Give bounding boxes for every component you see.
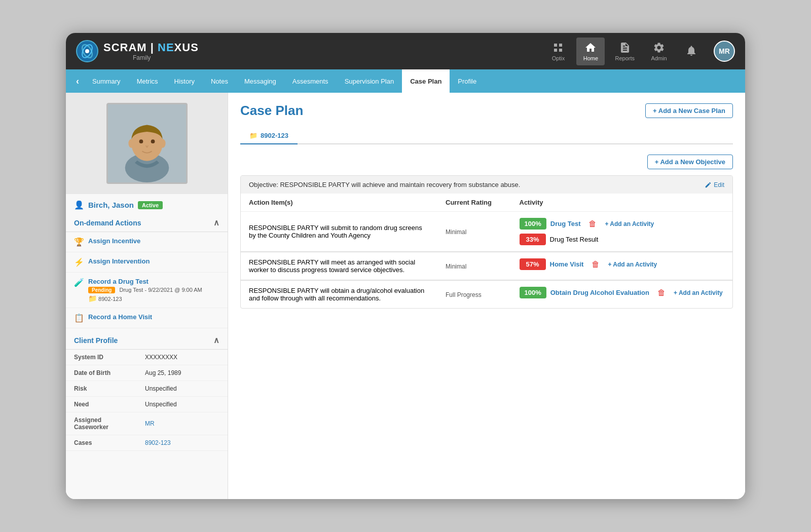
- case-plan-header: Case Plan + Add a New Case Plan: [240, 103, 733, 119]
- risk-label: Risk: [66, 381, 137, 397]
- reports-icon: [619, 42, 631, 54]
- case-plan-area: Case Plan + Add a New Case Plan 📁 8902-1…: [228, 93, 745, 499]
- home-icon: [584, 42, 597, 54]
- caseworker-label: Assigned Caseworker: [66, 412, 137, 435]
- action-assign-incentive[interactable]: 🏆 Assign Incentive: [66, 232, 228, 252]
- tab-profile[interactable]: Profile: [450, 69, 485, 93]
- action-table-1: Action Item(s) Current Rating Activity R…: [241, 194, 732, 308]
- folder-tab-icon: 📁: [249, 132, 257, 139]
- assign-intervention-label: Assign Intervention: [88, 257, 150, 265]
- profile-row-need: Need Unspecified: [66, 397, 228, 412]
- tab-history[interactable]: History: [166, 69, 203, 93]
- objective-header-1: Objective: RESPONSIBLE PARTY will achiev…: [241, 176, 732, 194]
- pct-badge-33: 33%: [520, 234, 546, 245]
- svg-point-10: [160, 139, 166, 147]
- dob-label: Date of Birth: [66, 365, 137, 381]
- svg-point-9: [128, 139, 134, 147]
- nav-optix[interactable]: Optix: [544, 37, 572, 65]
- action-row-1-text: RESPONSIBLE PARTY will submit to random …: [241, 212, 437, 252]
- dashboard-icon: [552, 42, 564, 54]
- col-action-items: Action Item(s): [241, 194, 437, 212]
- assign-incentive-label: Assign Incentive: [88, 237, 140, 245]
- action-row-3-text: RESPONSIBLE PARTY will obtain a drug/alc…: [241, 280, 437, 308]
- activity-link-drug-test[interactable]: Drug Test: [550, 220, 581, 227]
- need-label: Need: [66, 397, 137, 412]
- add-activity-btn-2[interactable]: + Add an Activity: [608, 261, 657, 268]
- delete-activity-2[interactable]: 🗑: [592, 260, 600, 269]
- tab-messaging[interactable]: Messaging: [236, 69, 284, 93]
- admin-icon: [653, 42, 665, 54]
- profile-photo-area: [66, 93, 228, 194]
- tab-metrics[interactable]: Metrics: [129, 69, 166, 93]
- logo-family: Family: [133, 54, 199, 61]
- nav-admin[interactable]: Admin: [645, 37, 673, 65]
- profile-row-cases: Cases 8902-123: [66, 435, 228, 451]
- svg-point-3: [85, 49, 89, 53]
- tab-case-plan[interactable]: Case Plan: [402, 69, 450, 93]
- nav-reports[interactable]: Reports: [609, 37, 641, 65]
- tab-supervision-plan[interactable]: Supervision Plan: [337, 69, 402, 93]
- on-demand-title: On-demand Actions: [74, 219, 141, 227]
- nav-home[interactable]: Home: [576, 37, 605, 65]
- action-row-1-activities: 100% Drug Test 🗑 + Add an Activity 33% D…: [511, 212, 733, 252]
- svg-point-8: [151, 139, 155, 143]
- col-activity: Activity: [511, 194, 733, 212]
- edit-label: Edit: [714, 181, 724, 188]
- profile-table: System ID XXXXXXXX Date of Birth Aug 25,…: [66, 350, 228, 451]
- action-record-home-visit[interactable]: 📋 Record a Home Visit: [66, 308, 228, 328]
- case-tab-8902[interactable]: 📁 8902-123: [240, 128, 298, 144]
- chevron-up-icon[interactable]: ∧: [213, 218, 219, 227]
- client-profile-chevron[interactable]: ∧: [213, 335, 219, 345]
- client-photo-svg: [108, 103, 186, 184]
- client-profile-title: Client Profile: [74, 336, 118, 345]
- tab-assessments[interactable]: Assesments: [284, 69, 337, 93]
- action-row-3: RESPONSIBLE PARTY will obtain a drug/alc…: [241, 280, 732, 308]
- add-activity-btn-1[interactable]: + Add an Activity: [605, 220, 654, 227]
- profile-row-dob: Date of Birth Aug 25, 1989: [66, 365, 228, 381]
- pct-badge-100-2: 100%: [520, 287, 546, 298]
- pct-badge-100-1: 100%: [520, 218, 546, 230]
- action-row-2-activities: 57% Home Visit 🗑 + Add an Activity: [511, 252, 733, 280]
- caseworker-value: MR: [137, 412, 228, 435]
- action-record-drug-test[interactable]: 🧪 Record a Drug Test Pending Drug Test -…: [66, 273, 228, 308]
- activity-link-obtain-drug[interactable]: Obtain Drug Alcohol Evaluation: [550, 289, 649, 296]
- record-home-visit-label: Record a Home Visit: [88, 313, 152, 321]
- back-button[interactable]: ‹: [71, 76, 84, 87]
- drug-test-datetime: Drug Test - 9/22/2021 @ 9:00 AM: [120, 287, 202, 293]
- folder-icon: 📁: [88, 294, 97, 302]
- action-assign-intervention[interactable]: ⚡ Assign Intervention: [66, 252, 228, 273]
- system-id-label: System ID: [66, 350, 137, 365]
- bell-icon: [685, 45, 697, 57]
- profile-photo: [106, 103, 188, 184]
- logo-area: SCRAM | NEXUS Family: [76, 40, 199, 62]
- cases-label: Cases: [66, 435, 137, 451]
- system-id-value: XXXXXXXX: [137, 350, 228, 365]
- sidebar: 👤 Birch, Jason Active On-demand Actions …: [66, 93, 228, 499]
- cases-value: 8902-123: [137, 435, 228, 451]
- drug-test-sub: Pending Drug Test - 9/22/2021 @ 9:00 AM: [88, 287, 202, 293]
- add-new-case-plan-button[interactable]: + Add a New Case Plan: [645, 103, 733, 118]
- activity-link-home-visit[interactable]: Home Visit: [550, 260, 584, 268]
- objective-edit-button-1[interactable]: Edit: [705, 181, 724, 188]
- bolt-icon: ⚡: [74, 257, 84, 267]
- scram-logo-icon: [76, 40, 98, 62]
- case-plan-title: Case Plan: [240, 103, 303, 119]
- action-row-3-rating: Full Progress: [437, 280, 511, 308]
- delete-activity-1[interactable]: 🗑: [588, 219, 597, 229]
- nav-notifications[interactable]: [677, 41, 706, 62]
- add-new-objective-button[interactable]: + Add a New Objective: [647, 155, 733, 169]
- objective-text-1: Objective: RESPONSIBLE PARTY will achiev…: [249, 181, 520, 188]
- action-row-2-text: RESPONSIBLE PARTY will meet as arranged …: [241, 252, 437, 280]
- book-icon: 📋: [74, 313, 84, 323]
- user-avatar[interactable]: MR: [714, 41, 735, 62]
- tab-notes[interactable]: Notes: [203, 69, 236, 93]
- profile-row-caseworker: Assigned Caseworker MR: [66, 412, 228, 435]
- svg-point-7: [139, 139, 143, 143]
- drug-test-case: 📁 8902-123: [88, 294, 202, 302]
- on-demand-actions-header: On-demand Actions ∧: [66, 213, 228, 232]
- tab-summary[interactable]: Summary: [84, 69, 129, 93]
- case-tabs: 📁 8902-123: [240, 128, 733, 144]
- delete-activity-3[interactable]: 🗑: [657, 288, 666, 297]
- profile-row-system-id: System ID XXXXXXXX: [66, 350, 228, 365]
- add-activity-btn-3[interactable]: + Add an Activity: [674, 289, 723, 296]
